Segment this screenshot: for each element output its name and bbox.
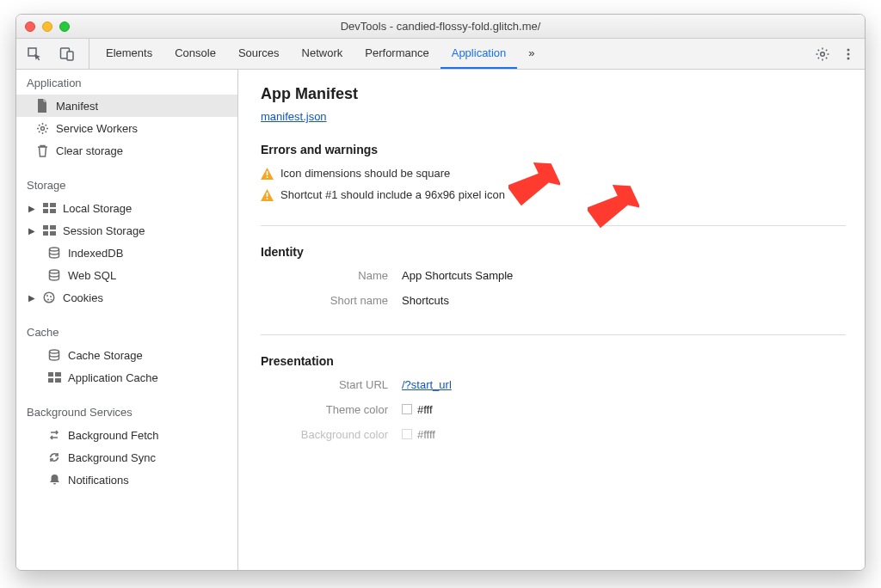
sync-icon [47, 450, 61, 464]
cookie-icon [42, 291, 56, 304]
svg-point-17 [50, 270, 59, 273]
identity-short-label: Short name [261, 294, 402, 307]
svg-point-5 [847, 52, 850, 55]
svg-rect-30 [267, 193, 268, 197]
svg-rect-14 [43, 231, 48, 236]
sidebar-item-label: Manifest [56, 100, 98, 113]
devtools-window: DevTools - candied-flossy-fold.glitch.me… [15, 14, 866, 571]
warning-text: Icon dimensions should be square [280, 167, 450, 180]
manifest-link[interactable]: manifest.json [261, 110, 327, 123]
svg-point-7 [40, 126, 44, 130]
svg-point-3 [821, 52, 825, 56]
sidebar-group-application: Application [16, 70, 237, 95]
file-icon [35, 99, 49, 113]
svg-point-16 [50, 248, 59, 251]
sidebar-item-label: IndexedDB [68, 247, 123, 260]
theme-color-value: #fff [402, 403, 433, 416]
svg-point-20 [50, 296, 52, 297]
warning-row: Shortcut #1 should include a 96x96 pixel… [261, 188, 846, 201]
sidebar-item-label: Web SQL [68, 269, 116, 282]
sidebar-item-label: Application Cache [68, 371, 158, 384]
start-url-label: Start URL [261, 378, 402, 391]
tab-performance[interactable]: Performance [354, 39, 440, 69]
sidebar-group-background: Background Services [16, 399, 237, 424]
sidebar-item-label: Service Workers [56, 122, 138, 135]
warning-row: Icon dimensions should be square [261, 167, 846, 180]
sidebar: Application Manifest Service Workers Cle… [16, 70, 238, 570]
sidebar-item-websql[interactable]: Web SQL [16, 264, 237, 286]
trash-icon [35, 144, 49, 157]
tab-console[interactable]: Console [163, 39, 227, 69]
device-toggle-icon[interactable] [56, 43, 78, 65]
sidebar-item-cache-storage[interactable]: Cache Storage [16, 344, 237, 366]
grid-icon [47, 371, 61, 384]
swap-icon [47, 428, 61, 442]
svg-rect-27 [55, 378, 61, 383]
inspect-element-icon[interactable] [23, 43, 46, 65]
svg-rect-2 [67, 52, 73, 60]
identity-short-value: Shortcuts [402, 294, 449, 307]
svg-point-22 [51, 299, 52, 301]
errors-heading: Errors and warnings [261, 143, 846, 156]
sidebar-item-manifest[interactable]: Manifest [16, 95, 237, 117]
chevron-right-icon: ▶ [28, 204, 35, 213]
database-icon [47, 348, 61, 362]
panel-tabs: Elements Console Sources Network Perform… [95, 39, 546, 69]
svg-rect-9 [50, 203, 56, 207]
sidebar-item-label: Background Sync [68, 451, 156, 464]
svg-rect-10 [43, 209, 48, 213]
warning-text: Shortcut #1 should include a 96x96 pixel… [280, 188, 505, 201]
background-color-value: #ffff [402, 428, 435, 441]
start-url-link[interactable]: /?start_url [402, 378, 452, 391]
sidebar-item-label: Notifications [68, 474, 129, 487]
svg-rect-24 [48, 372, 53, 377]
sidebar-item-indexeddb[interactable]: IndexedDB [16, 242, 237, 264]
identity-name-value: App Shortcuts Sample [402, 269, 513, 282]
gear-icon[interactable] [811, 43, 834, 65]
svg-rect-12 [43, 225, 48, 230]
color-swatch [402, 429, 412, 439]
tabs-overflow[interactable]: » [517, 39, 545, 69]
sidebar-group-cache: Cache [16, 319, 237, 344]
sidebar-item-service-workers[interactable]: Service Workers [16, 117, 237, 139]
svg-rect-8 [43, 203, 48, 207]
database-icon [47, 246, 61, 260]
svg-point-19 [46, 295, 48, 297]
window-title: DevTools - candied-flossy-fold.glitch.me… [16, 20, 865, 33]
sidebar-item-label: Background Fetch [68, 429, 159, 442]
titlebar: DevTools - candied-flossy-fold.glitch.me… [16, 15, 865, 39]
presentation-heading: Presentation [261, 354, 846, 368]
warning-icon [261, 168, 274, 180]
database-icon [47, 268, 61, 282]
sidebar-item-session-storage[interactable]: ▶ Session Storage [16, 219, 237, 242]
background-color-label: Background color [261, 428, 402, 441]
theme-color-label: Theme color [261, 403, 402, 416]
identity-name-label: Name [261, 269, 402, 282]
sidebar-item-label: Cookies [63, 291, 103, 304]
main-panel: App Manifest manifest.json Errors and wa… [238, 70, 865, 570]
sidebar-item-application-cache[interactable]: Application Cache [16, 366, 237, 389]
svg-point-6 [847, 57, 850, 59]
svg-rect-15 [50, 231, 56, 236]
kebab-menu-icon[interactable] [839, 43, 858, 65]
bell-icon [47, 473, 61, 487]
tab-elements[interactable]: Elements [95, 39, 163, 69]
sidebar-item-notifications[interactable]: Notifications [16, 469, 237, 491]
tab-application[interactable]: Application [440, 39, 518, 69]
svg-point-4 [847, 48, 850, 51]
sidebar-item-local-storage[interactable]: ▶ Local Storage [16, 197, 237, 219]
sidebar-item-label: Local Storage [63, 202, 132, 215]
svg-point-18 [44, 292, 54, 303]
devtools-toolbar: Elements Console Sources Network Perform… [16, 39, 865, 70]
tab-network[interactable]: Network [291, 39, 354, 69]
sidebar-item-background-sync[interactable]: Background Sync [16, 446, 237, 469]
sidebar-item-label: Cache Storage [68, 349, 143, 362]
sidebar-item-background-fetch[interactable]: Background Fetch [16, 424, 237, 446]
sidebar-item-label: Clear storage [56, 144, 123, 157]
gear-icon [35, 121, 49, 135]
sidebar-item-cookies[interactable]: ▶ Cookies [16, 286, 237, 309]
sidebar-item-clear-storage[interactable]: Clear storage [16, 139, 237, 162]
svg-point-23 [50, 350, 59, 353]
svg-rect-29 [267, 176, 268, 178]
tab-sources[interactable]: Sources [227, 39, 291, 69]
